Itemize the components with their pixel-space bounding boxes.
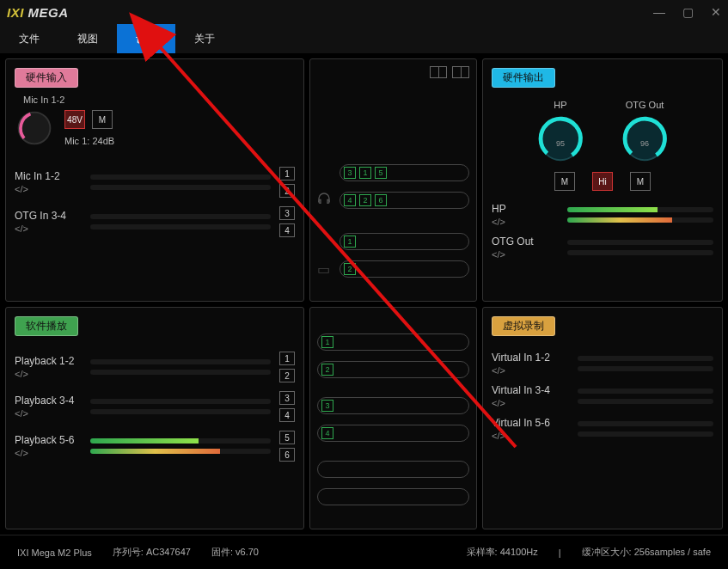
routing-slot[interactable]: 2 bbox=[317, 361, 469, 378]
channel-label: Virtual In 3-4 bbox=[492, 384, 569, 396]
channel-meter bbox=[90, 449, 271, 454]
output-mute-button[interactable]: M bbox=[630, 172, 651, 191]
route-box[interactable]: 2 bbox=[279, 184, 295, 198]
channel-meter bbox=[578, 399, 713, 404]
channel-meter bbox=[578, 389, 713, 394]
firmware-version: 固件: v6.70 bbox=[211, 546, 259, 559]
channel-meter bbox=[567, 250, 713, 255]
channel-close[interactable]: </> bbox=[492, 249, 559, 260]
panel-hardware-input: 硬件输入 Mic In 1-2 48V M Mic 1: 24dB Mic In… bbox=[5, 58, 304, 302]
hp-volume-knob[interactable]: 95 bbox=[535, 115, 585, 165]
tag-virtual-recording: 虚拟录制 bbox=[492, 316, 555, 336]
maximize-button[interactable]: ▢ bbox=[682, 5, 694, 19]
routing-slot[interactable]: 3 1 5 bbox=[340, 164, 469, 181]
channel-close[interactable]: </> bbox=[492, 398, 569, 408]
mic-gain-label: Mic 1: 24dB bbox=[64, 136, 114, 146]
channel-meter bbox=[567, 207, 713, 212]
routing-slot[interactable]: 1 bbox=[317, 333, 469, 351]
output-hi-button[interactable]: Hi bbox=[592, 172, 613, 191]
status-bar: IXI Mega M2 Plus 序列号: AC347647 固件: v6.70… bbox=[0, 535, 728, 569]
channel-meter bbox=[90, 409, 271, 414]
channel-close[interactable]: </> bbox=[492, 217, 559, 227]
channel-close[interactable]: </> bbox=[492, 365, 569, 376]
routing-slot[interactable]: 1 bbox=[340, 233, 469, 250]
channel-meter bbox=[90, 359, 271, 364]
mic-title: Mic In 1-2 bbox=[23, 95, 295, 105]
minimize-button[interactable]: — bbox=[653, 5, 665, 19]
view-mode-button-1[interactable] bbox=[430, 66, 447, 78]
channel-meter bbox=[90, 174, 271, 180]
channel-close[interactable]: </> bbox=[492, 431, 569, 441]
serial-number: 序列号: AC347647 bbox=[113, 546, 191, 559]
channel-meter bbox=[90, 399, 271, 404]
output-label: OTG Out bbox=[626, 100, 664, 110]
channel-label: HP bbox=[492, 203, 559, 215]
channel-label: OTG Out bbox=[492, 236, 559, 248]
channel-close[interactable]: </> bbox=[15, 448, 82, 458]
channel-meter bbox=[90, 370, 271, 375]
app-logo: IXI MEGA bbox=[7, 5, 69, 20]
routing-slot[interactable]: 3 bbox=[317, 397, 469, 414]
channel-label: Playback 3-4 bbox=[15, 395, 82, 407]
routing-slot[interactable]: 2 bbox=[340, 260, 469, 278]
route-box[interactable]: 3 bbox=[279, 391, 295, 405]
channel-meter bbox=[578, 421, 713, 426]
menu-bar: 文件 视图 设置 关于 bbox=[0, 24, 728, 53]
output-label: HP bbox=[554, 100, 566, 110]
channel-close[interactable]: </> bbox=[15, 408, 82, 419]
channel-meter bbox=[578, 366, 713, 371]
routing-slot[interactable]: 4 bbox=[317, 425, 469, 442]
channel-label: Playback 1-2 bbox=[15, 355, 82, 367]
buffer-size: 缓冲区大小: 256samples / safe bbox=[582, 546, 711, 559]
panel-hardware-output: 硬件输出 HP 95 OTG Out bbox=[482, 58, 723, 302]
channel-label: OTG In 3-4 bbox=[15, 210, 82, 222]
channel-close[interactable]: </> bbox=[15, 184, 82, 194]
panel-routing-bottom: 1 2 3 4 bbox=[309, 307, 477, 529]
sample-rate: 采样率: 44100Hz bbox=[467, 546, 538, 559]
route-box[interactable]: 1 bbox=[279, 352, 295, 365]
routing-slot[interactable]: 4 2 6 bbox=[340, 192, 469, 209]
route-box[interactable]: 1 bbox=[279, 167, 295, 180]
tag-hardware-output: 硬件输出 bbox=[492, 68, 555, 88]
channel-meter bbox=[578, 356, 713, 361]
device-name: IXI Mega M2 Plus bbox=[17, 548, 92, 558]
channel-label: Virtual In 5-6 bbox=[492, 417, 569, 429]
channel-meter bbox=[567, 217, 713, 223]
panel-routing-top: 3 1 5 4 2 6 1 ▭ 2 bbox=[309, 58, 477, 302]
route-box[interactable]: 4 bbox=[279, 223, 295, 237]
channel-label: Mic In 1-2 bbox=[15, 170, 82, 182]
panel-virtual-recording: 虚拟录制 Virtual In 1-2 </> Virtual In 3-4 <… bbox=[482, 307, 723, 529]
route-box[interactable]: 3 bbox=[279, 206, 295, 220]
channel-meter bbox=[578, 431, 713, 437]
close-button[interactable]: ✕ bbox=[711, 5, 721, 19]
mic-mute-button[interactable]: M bbox=[92, 110, 113, 129]
view-mode-button-2[interactable] bbox=[452, 66, 469, 78]
title-bar: IXI MEGA — ▢ ✕ bbox=[0, 0, 728, 24]
menu-about[interactable]: 关于 bbox=[175, 24, 234, 53]
route-box[interactable]: 4 bbox=[279, 408, 295, 422]
channel-close[interactable]: </> bbox=[15, 223, 82, 234]
route-box[interactable]: 2 bbox=[279, 369, 295, 382]
channel-close[interactable]: </> bbox=[15, 369, 82, 379]
channel-label: Playback 5-6 bbox=[15, 434, 82, 446]
mic-gain-knob[interactable] bbox=[15, 108, 54, 148]
phantom-48v-button[interactable]: 48V bbox=[64, 110, 85, 129]
routing-slot[interactable] bbox=[317, 461, 469, 478]
menu-settings[interactable]: 设置 bbox=[117, 24, 175, 53]
channel-meter bbox=[90, 214, 271, 219]
menu-view[interactable]: 视图 bbox=[58, 24, 117, 53]
tag-software-playback: 软件播放 bbox=[15, 316, 78, 336]
route-box[interactable]: 6 bbox=[279, 448, 295, 462]
channel-label: Virtual In 1-2 bbox=[492, 352, 569, 364]
channel-meter bbox=[90, 438, 271, 444]
headphones-icon bbox=[317, 192, 333, 209]
route-box[interactable]: 5 bbox=[279, 431, 295, 444]
tag-hardware-input: 硬件输入 bbox=[15, 68, 78, 88]
menu-file[interactable]: 文件 bbox=[0, 24, 58, 53]
channel-meter bbox=[567, 240, 713, 245]
output-mute-button[interactable]: M bbox=[554, 172, 575, 191]
device-icon: ▭ bbox=[317, 261, 333, 278]
routing-slot[interactable] bbox=[317, 488, 469, 505]
panel-software-playback: 软件播放 Playback 1-2 </> 1 2 Playback 3-4 <… bbox=[5, 307, 304, 529]
otg-volume-knob[interactable]: 96 bbox=[620, 115, 670, 165]
